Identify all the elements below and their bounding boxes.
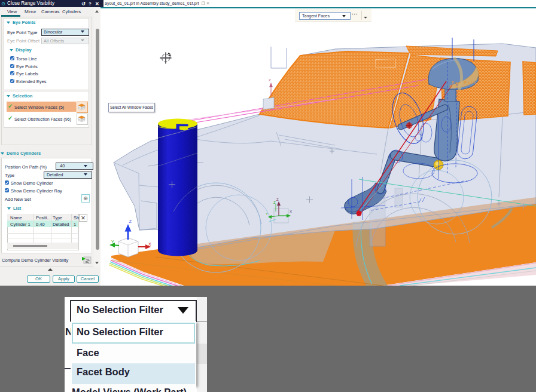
svg-text:Y: Y: [111, 240, 114, 244]
svg-text:X: X: [290, 210, 292, 213]
svg-text:X: X: [148, 242, 151, 246]
svg-text:Y: Y: [266, 212, 268, 216]
svg-text:Z: Z: [129, 219, 132, 224]
svg-text:Z: Z: [269, 78, 271, 82]
svg-text:Eye Point: Eye Point: [452, 81, 479, 85]
svg-text:Z: Z: [273, 201, 276, 204]
svg-text:Z: Z: [276, 198, 279, 201]
